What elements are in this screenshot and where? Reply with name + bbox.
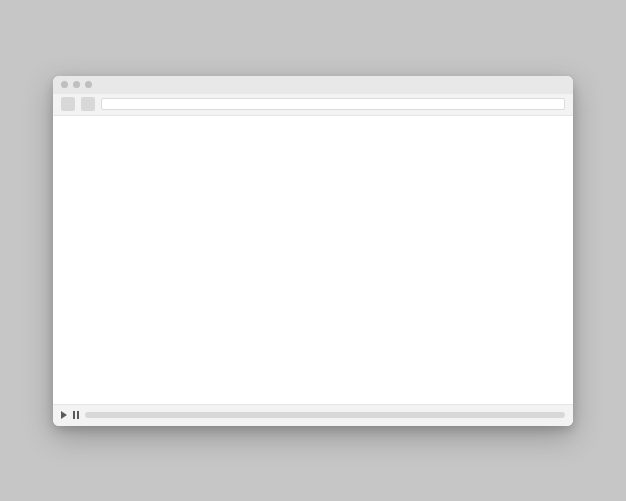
browser-window: [53, 76, 573, 426]
player-bar: [53, 404, 573, 426]
maximize-button[interactable]: [85, 81, 92, 88]
play-icon[interactable]: [61, 411, 67, 419]
pause-icon[interactable]: [73, 411, 79, 419]
address-bar[interactable]: [101, 98, 565, 110]
title-bar: [53, 76, 573, 94]
back-button[interactable]: [61, 97, 75, 111]
minimize-button[interactable]: [73, 81, 80, 88]
toolbar: [53, 94, 573, 116]
close-button[interactable]: [61, 81, 68, 88]
content-area: [53, 116, 573, 404]
progress-bar[interactable]: [85, 412, 565, 418]
forward-button[interactable]: [81, 97, 95, 111]
